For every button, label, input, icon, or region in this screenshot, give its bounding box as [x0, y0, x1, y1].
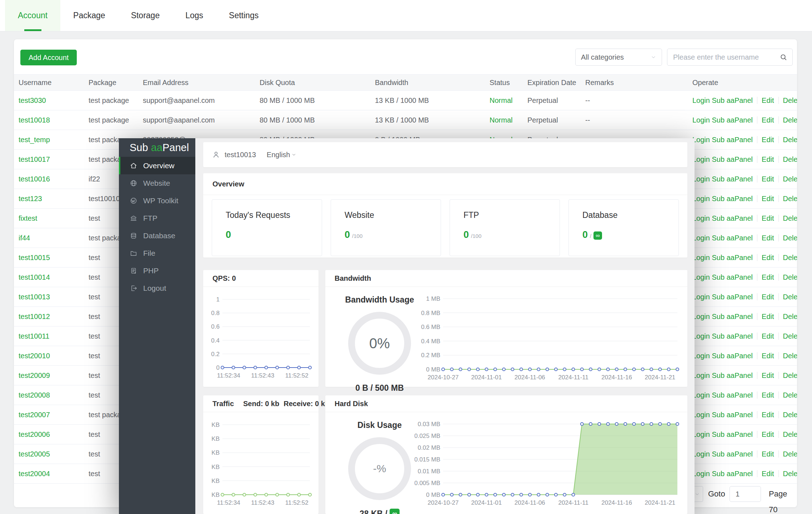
- edit-link[interactable]: Edit: [762, 195, 774, 203]
- tab-package[interactable]: Package: [60, 0, 118, 31]
- svg-text:2024-11-01: 2024-11-01: [471, 499, 502, 506]
- tab-logs[interactable]: Logs: [172, 0, 216, 31]
- login-sub-aapanel-link[interactable]: Login Sub aaPanel: [692, 391, 753, 399]
- login-sub-aapanel-link[interactable]: Login Sub aaPanel: [692, 155, 753, 163]
- login-sub-aapanel-link[interactable]: Login Sub aaPanel: [692, 273, 753, 281]
- expiration-cell: Perpetual: [523, 91, 581, 110]
- edit-link[interactable]: Edit: [762, 430, 774, 438]
- language-select[interactable]: English: [267, 151, 297, 159]
- delete-link[interactable]: Delete: [783, 293, 797, 301]
- delete-link[interactable]: Delete: [783, 450, 797, 458]
- edit-link[interactable]: Edit: [762, 352, 774, 360]
- login-sub-aapanel-link[interactable]: Login Sub aaPanel: [692, 411, 753, 419]
- edit-link[interactable]: Edit: [762, 293, 774, 301]
- page-count-label: Page 70: [769, 486, 797, 514]
- delete-link[interactable]: Delete: [783, 254, 797, 261]
- tab-account[interactable]: Account: [5, 0, 60, 31]
- tab-storage[interactable]: Storage: [118, 0, 173, 31]
- login-sub-aapanel-link[interactable]: Login Sub aaPanel: [692, 136, 753, 144]
- login-sub-aapanel-link[interactable]: Login Sub aaPanel: [692, 332, 753, 340]
- column-header: Package: [84, 75, 138, 91]
- sidebar-item-website[interactable]: Website: [119, 174, 195, 192]
- login-sub-aapanel-link[interactable]: Login Sub aaPanel: [692, 470, 753, 478]
- add-account-button[interactable]: Add Account: [20, 50, 77, 65]
- edit-link[interactable]: Edit: [762, 391, 774, 399]
- sidebar-item-wp-toolkit[interactable]: WP Toolkit: [119, 192, 195, 209]
- delete-link[interactable]: Delete: [783, 214, 797, 222]
- login-sub-aapanel-link[interactable]: Login Sub aaPanel: [692, 254, 753, 261]
- sidebar-item-ftp[interactable]: FTP: [119, 209, 195, 227]
- delete-link[interactable]: Delete: [783, 273, 797, 281]
- sidebar-item-php[interactable]: PHP: [119, 262, 195, 279]
- edit-link[interactable]: Edit: [762, 313, 774, 320]
- sidebar-item-label: Logout: [143, 284, 166, 293]
- delete-link[interactable]: Delete: [783, 391, 797, 399]
- login-sub-aapanel-link[interactable]: Login Sub aaPanel: [692, 175, 753, 183]
- login-sub-aapanel-link[interactable]: Login Sub aaPanel: [692, 430, 753, 438]
- sidebar-item-overview[interactable]: Overview: [119, 157, 195, 174]
- username-cell: test20004: [14, 464, 84, 484]
- status-cell: Normal: [485, 91, 523, 110]
- edit-link[interactable]: Edit: [762, 234, 774, 242]
- operate-separator: [778, 470, 779, 477]
- edit-link[interactable]: Edit: [762, 214, 774, 222]
- stat-label: Today's Requests: [226, 210, 322, 220]
- delete-link[interactable]: Delete: [783, 175, 797, 183]
- sidebar-item-file[interactable]: File: [119, 244, 195, 262]
- sidebar-item-label: Overview: [143, 161, 175, 170]
- edit-link[interactable]: Edit: [762, 254, 774, 261]
- svg-text:0.03 MB: 0.03 MB: [418, 421, 440, 428]
- tab-settings[interactable]: Settings: [216, 0, 271, 31]
- stat-box-database: Database 0 / ∞: [568, 199, 679, 256]
- edit-link[interactable]: Edit: [762, 155, 774, 163]
- search-input[interactable]: [672, 53, 780, 62]
- svg-text:0.015 MB: 0.015 MB: [415, 456, 440, 463]
- remarks-cell: --: [581, 110, 688, 130]
- edit-link[interactable]: Edit: [762, 371, 774, 379]
- sidebar-item-label: File: [143, 249, 155, 258]
- login-sub-aapanel-link[interactable]: Login Sub aaPanel: [692, 214, 753, 222]
- delete-link[interactable]: Delete: [783, 430, 797, 438]
- goto-page-input[interactable]: [730, 486, 761, 502]
- login-sub-aapanel-link[interactable]: Login Sub aaPanel: [692, 195, 753, 203]
- delete-link[interactable]: Delete: [783, 371, 797, 379]
- edit-link[interactable]: Edit: [762, 332, 774, 340]
- login-sub-aapanel-link[interactable]: Login Sub aaPanel: [692, 96, 753, 104]
- edit-link[interactable]: Edit: [762, 116, 774, 124]
- delete-link[interactable]: Delete: [783, 96, 797, 104]
- delete-link[interactable]: Delete: [783, 411, 797, 419]
- delete-link[interactable]: Delete: [783, 313, 797, 320]
- login-sub-aapanel-link[interactable]: Login Sub aaPanel: [692, 371, 753, 379]
- svg-text:KB: KB: [211, 464, 220, 470]
- login-sub-aapanel-link[interactable]: Login Sub aaPanel: [692, 352, 753, 360]
- delete-link[interactable]: Delete: [783, 155, 797, 163]
- edit-link[interactable]: Edit: [762, 450, 774, 458]
- delete-link[interactable]: Delete: [783, 234, 797, 242]
- operate-separator: [757, 175, 757, 183]
- category-filter-select[interactable]: All categories: [575, 49, 662, 66]
- svg-text:0.6 MB: 0.6 MB: [421, 324, 440, 330]
- sidebar-item-database[interactable]: Database: [119, 227, 195, 244]
- edit-link[interactable]: Edit: [762, 273, 774, 281]
- edit-link[interactable]: Edit: [762, 470, 774, 478]
- sidebar-item-label: WP Toolkit: [143, 196, 178, 205]
- stat-suffix: /100: [471, 233, 481, 239]
- edit-link[interactable]: Edit: [762, 411, 774, 419]
- search-icon[interactable]: [780, 53, 787, 61]
- login-sub-aapanel-link[interactable]: Login Sub aaPanel: [692, 293, 753, 301]
- login-sub-aapanel-link[interactable]: Login Sub aaPanel: [692, 313, 753, 320]
- sidebar-item-logout[interactable]: Logout: [119, 279, 195, 297]
- edit-link[interactable]: Edit: [762, 96, 774, 104]
- login-sub-aapanel-link[interactable]: Login Sub aaPanel: [692, 234, 753, 242]
- delete-link[interactable]: Delete: [783, 332, 797, 340]
- delete-link[interactable]: Delete: [783, 470, 797, 478]
- login-sub-aapanel-link[interactable]: Login Sub aaPanel: [692, 116, 753, 124]
- edit-link[interactable]: Edit: [762, 175, 774, 183]
- edit-link[interactable]: Edit: [762, 136, 774, 144]
- delete-link[interactable]: Delete: [783, 352, 797, 360]
- username-cell: test_temp: [14, 130, 84, 150]
- delete-link[interactable]: Delete: [783, 116, 797, 124]
- delete-link[interactable]: Delete: [783, 195, 797, 203]
- login-sub-aapanel-link[interactable]: Login Sub aaPanel: [692, 450, 753, 458]
- delete-link[interactable]: Delete: [783, 136, 797, 144]
